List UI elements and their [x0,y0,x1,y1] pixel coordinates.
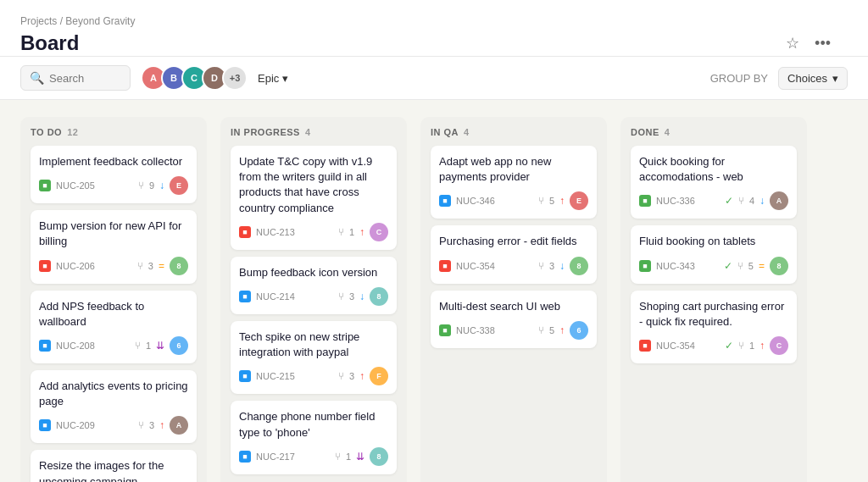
group-by-label: GROUP BY [710,72,768,85]
card-num: 1 [349,227,354,237]
col-label: IN QA [431,127,459,137]
col-label: TO DO [31,127,62,137]
card[interactable]: Adapt web app no new payments provider■N… [431,146,597,219]
card-num: 1 [346,452,351,462]
git-icon: ⑂ [538,260,544,272]
card[interactable]: Purchasing error - edit fields■NUC-354⑂3… [431,225,597,283]
avatar-count[interactable]: +3 [222,65,248,91]
card-meta: ■NUC-354✓⑂1↑C [639,336,788,355]
ticket-icon: ■ [439,260,451,272]
card[interactable]: Add analytics events to pricing page■NUC… [31,370,197,443]
ticket-id: NUC-213 [256,227,295,237]
ticket-icon: ■ [239,451,251,463]
card-num: 3 [148,261,153,271]
card-title: Shoping cart purchasing error - quick fi… [639,299,788,330]
ticket-id: NUC-336 [656,196,695,206]
card[interactable]: Shoping cart purchasing error - quick fi… [631,291,797,363]
card-title: Fluid booking on tablets [639,234,788,249]
card[interactable]: Tech spike on new stripe integration wit… [231,321,397,394]
priority-icon: ↓ [159,180,164,191]
ticket-id: NUC-215 [256,371,295,381]
col-count: 4 [305,127,311,137]
more-button[interactable]: ••• [811,31,834,56]
card-avatar: C [370,223,388,241]
card-num: 3 [149,420,154,430]
git-icon: ⑂ [338,226,344,238]
card-title: Update T&C copy with v1.9 from the write… [239,154,388,216]
card[interactable]: Resize the images for the upcoming campa… [31,450,197,482]
top-bar: Projects / Beyond Gravity Board ☆ ••• 🔍 … [0,0,868,100]
col-count: 4 [665,127,670,137]
epic-label: Epic [258,72,279,85]
card-avatar: A [770,191,788,210]
priority-icon: ↑ [760,340,765,352]
card-title: Change phone number field type to 'phone… [239,409,388,440]
card-avatar: 6 [170,336,188,355]
star-button[interactable]: ☆ [782,30,803,56]
card[interactable]: Implement feedback collector■NUC-205⑂9↓E [31,146,197,203]
ticket-icon: ■ [639,340,651,352]
card[interactable]: Bump version for new API for billing■NUC… [31,210,197,283]
column-header-done: DONE 4 [631,127,797,137]
card-avatar: 8 [770,257,788,275]
card-title: Add analytics events to pricing page [39,379,188,409]
check-icon: ✓ [725,195,733,207]
card-meta: ■NUC-354⑂3↓8 [439,257,588,275]
card-avatar: 8 [170,257,188,275]
ticket-icon: ■ [39,180,51,191]
card-num: 5 [748,261,754,271]
card[interactable]: Bump feedback icon version■NUC-214⑂3↓8 [231,257,397,314]
column-todo: TO DO 12Implement feedback collector■NUC… [20,117,207,482]
card-avatar: 8 [370,447,388,466]
card[interactable]: Update T&C copy with v1.9 from the write… [231,146,397,250]
chevron-down-icon: ▾ [832,72,838,85]
card[interactable]: Fluid booking on tablets■NUC-343✓⑂5=8 [631,225,797,283]
check-icon: ✓ [724,260,732,272]
card-meta: ■NUC-206⑂3=8 [39,257,188,275]
priority-icon: = [759,260,765,272]
priority-icon: ⇊ [356,451,364,463]
check-icon: ✓ [725,340,733,352]
card-num: 5 [549,325,554,335]
column-header-inqa: IN QA 4 [431,127,597,137]
ticket-id: NUC-214 [256,291,295,302]
ticket-icon: ■ [39,419,51,431]
page-title: Board [20,31,79,55]
search-box[interactable]: 🔍 [20,65,131,91]
priority-icon: ↑ [159,419,164,431]
avatar-group[interactable]: A B C D +3 [141,65,248,91]
card[interactable]: Quick booking for accomodations - web■NU… [631,146,797,219]
card[interactable]: Add NPS feedback to wallboard■NUC-208⑂1⇊… [31,291,197,363]
card-title: Implement feedback collector [39,154,188,169]
git-icon: ⑂ [737,260,743,272]
card-title: Purchasing error - edit fields [439,234,588,249]
git-icon: ⑂ [335,451,341,463]
search-input[interactable] [49,72,125,85]
priority-icon: ↑ [559,324,565,336]
ticket-icon: ■ [239,226,251,238]
ticket-id: NUC-343 [656,261,695,271]
card-title: Quick booking for accomodations - web [639,154,788,185]
col-count: 4 [464,127,470,137]
ticket-id: NUC-354 [456,261,495,271]
card-meta: ■NUC-209⑂3↑A [39,416,188,435]
card-num: 3 [349,371,354,381]
ticket-icon: ■ [439,195,451,207]
card-num: 5 [549,196,554,206]
column-inqa: IN QA 4Adapt web app no new payments pro… [420,117,607,482]
ticket-icon: ■ [639,195,651,207]
card-avatar: 8 [370,287,388,306]
column-header-inprogress: IN PROGRESS 4 [231,127,397,137]
card[interactable]: Change phone number field type to 'phone… [231,401,397,474]
card-meta: ■NUC-217⑂1⇊8 [239,447,388,466]
choices-button[interactable]: Choices ▾ [778,67,848,90]
card-avatar: E [170,176,188,195]
col-label: DONE [631,127,659,137]
card-meta: ■NUC-336✓⑂4↓A [639,191,788,210]
epic-filter-button[interactable]: Epic ▾ [258,72,288,85]
card[interactable]: Multi-dest search UI web■NUC-338⑂5↑6 [431,291,597,348]
priority-icon: ⇊ [156,340,164,352]
priority-icon: ↑ [359,226,364,238]
card-meta: ■NUC-214⑂3↓8 [239,287,388,306]
ticket-id: NUC-338 [456,325,495,335]
